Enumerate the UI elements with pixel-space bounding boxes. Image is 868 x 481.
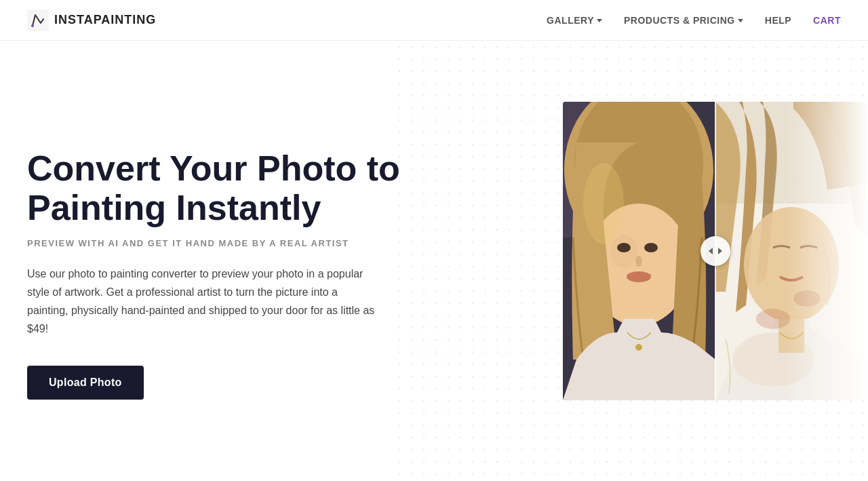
hero-section: Convert Your Photo to Painting Instantly… xyxy=(0,41,868,481)
upload-photo-button[interactable]: Upload Photo xyxy=(27,366,144,400)
chevron-down-icon xyxy=(597,19,602,22)
svg-rect-0 xyxy=(27,9,49,31)
hero-subtitle: PREVIEW WITH AI AND GET IT HAND MADE BY … xyxy=(27,238,434,248)
hero-title: Convert Your Photo to Painting Instantly xyxy=(27,149,434,227)
svg-point-12 xyxy=(635,256,642,267)
nav-link-cart[interactable]: CART xyxy=(813,15,841,26)
svg-point-23 xyxy=(756,309,790,329)
svg-point-26 xyxy=(701,236,730,266)
nav-link-products[interactable]: PRODUCTS & PRICING xyxy=(624,15,743,26)
logo-link[interactable]: INSTAPAINTING xyxy=(27,9,156,31)
svg-point-15 xyxy=(635,344,642,351)
nav-link-gallery[interactable]: GALLERY xyxy=(547,15,602,26)
logo-text: INSTAPAINTING xyxy=(54,13,156,27)
hero-content: Convert Your Photo to Painting Instantly… xyxy=(27,122,434,399)
logo-icon xyxy=(27,9,49,31)
svg-point-16 xyxy=(583,163,624,244)
nav-link-help[interactable]: HELP xyxy=(765,15,791,26)
hero-description: Use our photo to painting converter to p… xyxy=(27,265,380,339)
svg-point-10 xyxy=(617,243,631,252)
svg-point-1 xyxy=(31,24,34,27)
nav-links: GALLERY PRODUCTS & PRICING HELP CART xyxy=(547,15,841,26)
chevron-down-icon xyxy=(738,19,743,22)
svg-point-13 xyxy=(627,271,651,282)
svg-point-11 xyxy=(644,243,658,252)
image-right-overlay xyxy=(787,102,868,400)
navbar: INSTAPAINTING GALLERY PRODUCTS & PRICING… xyxy=(0,0,868,41)
